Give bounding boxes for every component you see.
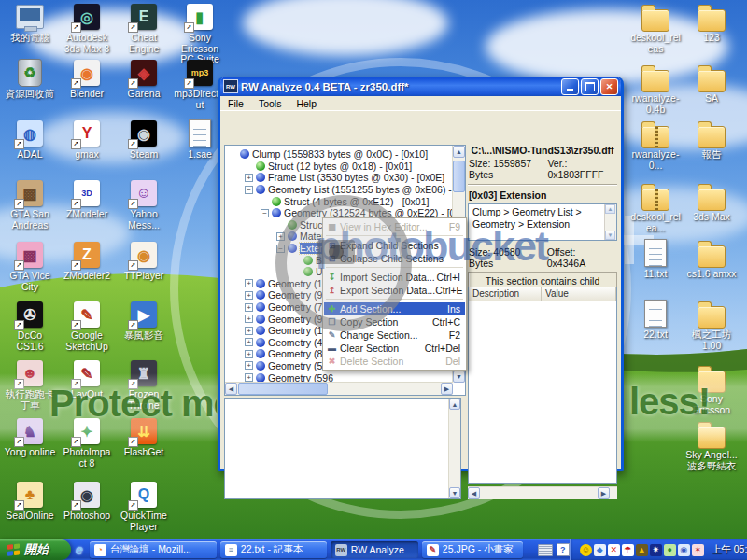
desktop-icon-rwanalyze-0...[interactable]: rwanalyze-0... <box>629 119 682 171</box>
context-menu-item-add-section[interactable]: ✚Add Section...Ins <box>324 302 465 315</box>
scroll-down-arrow[interactable]: ▼ <box>605 231 615 240</box>
tree-expander[interactable]: + <box>245 373 253 382</box>
desktop-icon-cheat-engine[interactable]: E➚Cheat Engine <box>118 3 170 54</box>
tree-horizontal-scrollbar[interactable]: ◀ ▶ <box>225 382 453 395</box>
desktop-icon-sealonline[interactable]: ♣➚SealOnline <box>4 481 56 522</box>
desktop-icon-zmodeler2[interactable]: Z➚ZModeler2 <box>61 241 113 282</box>
desktop-icon-layout[interactable]: ✎➚LayOut <box>61 359 113 400</box>
desktop-icon-photoimpact-8[interactable]: ✦➚PhotoImpact 8 <box>61 417 113 469</box>
tree-expander[interactable]: + <box>245 291 253 300</box>
desktop-icon-dcco-cs1.6[interactable]: ✇➚DcCo CS1.6 <box>4 301 56 352</box>
desktop-icon-[interactable]: ▶➚暴風影音 <box>118 301 170 342</box>
desktop-icon-[interactable]: ☻➚執行跑跑卡丁車 <box>4 359 56 411</box>
context-menu-item-copy-section[interactable]: ❐Copy SectionCtrl+C <box>324 315 465 329</box>
badge-icon[interactable]: ✶ <box>692 544 704 556</box>
desktop-icon-[interactable]: ♻資源回收筒 <box>4 59 56 100</box>
context-menu-item-collapse-child-sections[interactable]: ⊟Collapse Child Sections <box>324 252 465 265</box>
start-button[interactable]: 開始 <box>0 539 71 560</box>
scroll-thumb[interactable] <box>453 161 465 192</box>
scroll-up-arrow[interactable]: ▲ <box>449 399 460 410</box>
context-menu-item-clear-section[interactable]: ▬Clear SectionCtrl+Del <box>324 342 465 355</box>
section-path-box[interactable]: Clump > Geometry List > Geometry > Exten… <box>468 203 617 241</box>
menu-file[interactable]: File <box>220 97 251 110</box>
scroll-up-arrow[interactable]: ▲ <box>605 204 615 214</box>
avira-umbrella-icon[interactable]: ☂ <box>622 544 634 556</box>
mini-scrollbar[interactable]: ▲ ▼ <box>604 204 616 240</box>
tree-expander[interactable]: + <box>245 303 253 312</box>
tree-item[interactable]: −Geometry List (1551255 bytes @ 0xE06) -… <box>226 184 453 196</box>
output-panel[interactable]: ▲ ▼ <box>224 398 461 499</box>
tree-expander[interactable]: + <box>245 338 253 346</box>
taskbar-task-firefox[interactable]: ◔台灣論壇 - Mozill... <box>90 541 217 558</box>
desktop-icon-adal[interactable]: ◍➚ADAL <box>4 119 56 161</box>
desktop-icon-[interactable]: 我的電腦 <box>4 3 56 44</box>
tree-expander[interactable]: + <box>245 350 253 358</box>
tree-expander[interactable]: − <box>261 209 269 217</box>
desktop-icon-cs1.6-amxx[interactable]: cs1.6 amxx <box>685 239 738 280</box>
column-header-description[interactable]: Description <box>469 287 542 301</box>
tree-expander[interactable]: + <box>245 279 253 287</box>
tree-item[interactable]: Struct (4 bytes @ 0xE12) - [0x01] <box>226 195 453 207</box>
desktop-icon-google-sketchup[interactable]: ✎➚Google SketchUp <box>61 301 113 352</box>
menu-help[interactable]: Help <box>289 97 324 110</box>
desktop-icon-autodesk-3ds-max-8[interactable]: ◎➚Autodesk 3ds Max 8 <box>61 3 113 54</box>
menu-tools[interactable]: Tools <box>251 97 289 110</box>
scroll-left-arrow[interactable]: ◀ <box>225 383 237 395</box>
alert-icon[interactable]: ▲ <box>636 544 648 556</box>
context-menu-item-import-section-data[interactable]: ↧Import Section Data...Ctrl+I <box>324 271 465 284</box>
desktop-icon-22.txt[interactable]: 22.txt <box>629 300 682 341</box>
close-button[interactable]: ✕ <box>600 78 618 95</box>
help-icon[interactable]: ? <box>557 543 570 556</box>
desktop-icon-photoshop[interactable]: ◉➚Photoshop <box>61 481 113 522</box>
context-menu-item-change-section[interactable]: ✎Change Section...F2 <box>324 329 465 342</box>
tree-item[interactable]: +Frame List (3530 bytes @ 0x30) - [0x0E] <box>226 172 453 184</box>
close-x-icon[interactable]: ✕ <box>608 544 620 556</box>
taskbar-task-paint[interactable]: ✎25.JPG - 小畫家 <box>422 541 523 558</box>
smiley-icon[interactable]: ☺ <box>580 544 592 556</box>
desktop-icon-steam[interactable]: ◉➚Steam <box>118 119 170 161</box>
desktop-icon-flashget[interactable]: ⇊➚FlashGet <box>118 417 170 458</box>
desktop-icon-sa[interactable]: SA <box>685 63 738 105</box>
desktop-icon-blender[interactable]: ◉➚Blender <box>61 59 113 100</box>
desktop-icon-11.txt[interactable]: 11.txt <box>629 239 682 280</box>
keyboard-icon[interactable] <box>538 544 553 556</box>
desktop-icon-3ds-max[interactable]: 3ds Max <box>685 182 738 223</box>
desktop-icon-deskool-relea...[interactable]: deskool_relea... <box>629 182 682 233</box>
desktop-icon-garena[interactable]: ◈➚Garena <box>118 59 170 100</box>
status-green-icon[interactable]: ● <box>664 544 676 556</box>
table-horizontal-scrollbar[interactable]: ◀ ▶ <box>468 486 617 499</box>
desktop-icon-zmodeler[interactable]: 3D➚ZModeler <box>61 179 113 220</box>
tree-expander[interactable]: − <box>245 186 253 194</box>
scroll-left-arrow[interactable]: ◀ <box>468 487 480 499</box>
desktop-icon-gta-vice-city[interactable]: ▩➚GTA Vice City <box>4 241 56 292</box>
taskbar-task-rw[interactable]: RWRW Analyze <box>331 541 418 558</box>
desktop-icon-ttplayer[interactable]: ◉➚TTPlayer <box>118 241 170 282</box>
tree-expander[interactable]: + <box>245 315 253 323</box>
desktop-icon-yong-online[interactable]: ♞➚Yong online <box>4 417 56 458</box>
desktop-icon-123[interactable]: 123 <box>685 3 738 44</box>
column-header-value[interactable]: Value <box>542 287 616 301</box>
tree-expander[interactable]: − <box>276 245 285 253</box>
title-bar[interactable]: RW RW Analyze 0.4 BETA - zr350.dff* ✕ <box>220 77 621 96</box>
desktop-icon-quicktime-player[interactable]: Q➚QuickTime Player <box>118 481 170 532</box>
scroll-up-arrow[interactable]: ▲ <box>453 146 465 158</box>
desktop-icon-sky-angel...[interactable]: Sky Angel... 波多野結衣 <box>685 420 738 471</box>
desktop-icon-deskool-releas[interactable]: deskool_releas <box>629 3 682 54</box>
scroll-down-arrow[interactable]: ▼ <box>449 487 460 498</box>
tree-expander[interactable]: + <box>245 361 253 370</box>
tree-expander[interactable]: + <box>245 174 253 182</box>
messenger-icon[interactable]: ◆ <box>594 544 606 556</box>
tree-expander[interactable]: + <box>245 327 253 335</box>
context-menu-item-expand-child-sections[interactable]: ⊞Expand Child Sections <box>324 239 465 252</box>
wireless-icon[interactable]: ✷ <box>650 544 662 556</box>
taskbar-task-notepad[interactable]: ≡22.txt - 記事本 <box>220 541 327 558</box>
desktop-icon-gta-san-andreas[interactable]: ▩➚GTA San Andreas <box>4 179 56 231</box>
description-value-table[interactable]: Description Value <box>468 287 617 484</box>
scroll-thumb[interactable] <box>238 383 328 395</box>
scroll-right-arrow[interactable]: ▶ <box>598 487 610 499</box>
internet-explorer-icon[interactable]: e <box>76 542 83 557</box>
maximize-button[interactable] <box>581 78 599 95</box>
scroll-right-arrow[interactable]: ▶ <box>441 383 453 395</box>
desktop-icon-1.00[interactable]: 楓之工坊1.00 <box>685 300 738 351</box>
tree-item[interactable]: Struct (12 bytes @ 0x18) - [0x01] <box>226 161 453 173</box>
